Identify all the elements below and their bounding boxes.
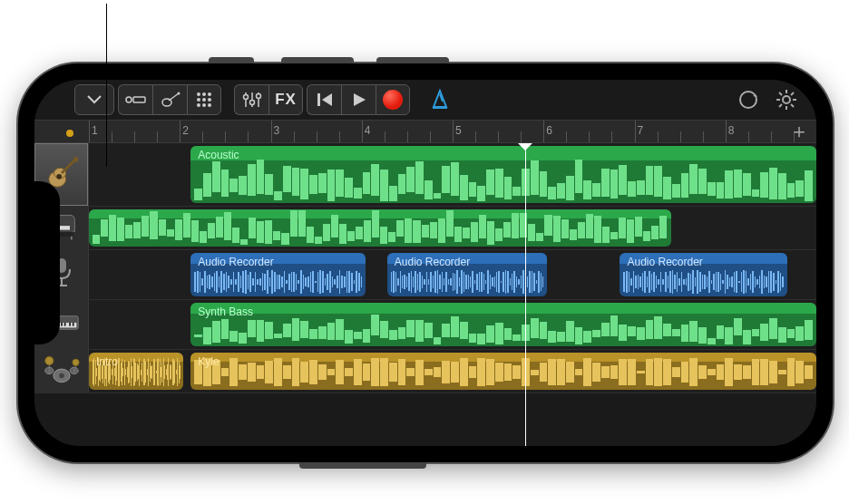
record-button[interactable] — [376, 84, 410, 115]
device-frame: FX — [18, 63, 833, 462]
svg-point-12 — [202, 103, 206, 107]
device-volume-up — [281, 57, 354, 63]
svg-point-5 — [197, 92, 200, 96]
track-lane[interactable]: Synth Bass — [89, 300, 816, 349]
device-power-button — [299, 462, 426, 469]
track-lane[interactable]: IntroKyle — [89, 350, 816, 393]
svg-point-11 — [197, 103, 200, 107]
play-icon — [352, 92, 366, 107]
ruler-bar-number: 5 — [455, 124, 462, 137]
region-label: Acoustic — [198, 149, 809, 161]
region-label: Audio Recorder — [627, 256, 779, 268]
svg-point-58 — [44, 356, 53, 364]
mixer-icon — [242, 92, 262, 108]
ruler-tick — [89, 121, 90, 142]
track-row — [34, 207, 816, 250]
svg-point-24 — [783, 96, 790, 103]
svg-line-31 — [779, 104, 782, 107]
ruler-bar-number: 6 — [546, 124, 552, 137]
gear-icon — [776, 89, 797, 111]
svg-point-19 — [256, 94, 260, 99]
browser-menu-button[interactable] — [74, 84, 114, 115]
svg-rect-22 — [433, 107, 447, 109]
svg-line-30 — [791, 104, 794, 107]
instrument-button[interactable] — [152, 84, 187, 115]
fx-button[interactable]: FX — [268, 84, 303, 115]
tracks-view-button[interactable] — [118, 84, 152, 115]
svg-point-9 — [202, 98, 206, 102]
transport-group — [307, 84, 410, 115]
region[interactable] — [89, 209, 671, 247]
track-lane[interactable] — [89, 207, 816, 249]
svg-line-3 — [169, 93, 179, 101]
drums-icon — [43, 355, 81, 388]
region-label: Audio Recorder — [395, 256, 540, 268]
region-label: Synth Bass — [198, 305, 809, 318]
svg-point-6 — [202, 92, 206, 96]
rewind-icon — [317, 92, 333, 107]
svg-rect-50 — [61, 323, 63, 326]
region-label: Kyle — [198, 355, 809, 368]
cycle-marker[interactable] — [66, 130, 73, 137]
track-row: IntroKyle — [34, 350, 816, 393]
track-controls-button[interactable] — [234, 84, 268, 115]
svg-rect-52 — [69, 323, 71, 326]
ruler-bar-number: 4 — [365, 124, 371, 137]
metronome-icon — [429, 89, 451, 111]
ruler-tick — [453, 121, 454, 142]
svg-line-32 — [791, 92, 794, 95]
svg-point-4 — [177, 92, 180, 95]
timeline-ruler[interactable]: 12345678 ＋ — [34, 120, 816, 143]
svg-point-10 — [208, 98, 211, 102]
loop-browser-button[interactable] — [187, 84, 221, 115]
svg-point-17 — [249, 101, 254, 105]
track-lane[interactable]: Audio RecorderAudio RecorderAudio Record… — [89, 250, 816, 299]
record-icon — [383, 90, 403, 110]
ruler-tick — [543, 121, 544, 142]
track-row: Synth Bass — [34, 300, 816, 350]
view-mode-group — [118, 84, 221, 115]
svg-rect-20 — [317, 93, 320, 106]
chevron-down-icon — [87, 95, 102, 104]
svg-point-8 — [197, 98, 200, 102]
svg-point-55 — [59, 373, 63, 377]
svg-point-0 — [126, 97, 132, 102]
ruler-tick — [362, 121, 363, 142]
svg-point-7 — [208, 92, 211, 96]
device-notch — [34, 181, 60, 344]
ruler-bar-number: 3 — [274, 124, 280, 137]
toolbar: FX — [34, 80, 816, 120]
svg-rect-53 — [72, 323, 73, 326]
metronome-button[interactable] — [423, 84, 457, 115]
fx-label: FX — [275, 91, 297, 109]
track-row: Audio RecorderAudio RecorderAudio Record… — [34, 250, 816, 300]
svg-point-35 — [56, 173, 62, 179]
region[interactable]: Intro — [89, 353, 183, 390]
svg-point-23 — [740, 92, 756, 108]
mixer-fx-group: FX — [234, 84, 303, 115]
region[interactable]: Audio Recorder — [620, 253, 786, 296]
ruler-bar-number: 1 — [92, 124, 98, 137]
region[interactable]: Audio Recorder — [387, 253, 547, 296]
region[interactable]: Synth Bass — [190, 303, 816, 346]
track-header-drums[interactable] — [34, 350, 89, 393]
region[interactable]: Kyle — [190, 353, 816, 390]
loop-icon — [737, 89, 759, 111]
settings-button[interactable] — [769, 84, 804, 115]
track-lane[interactable]: Acoustic — [89, 143, 816, 206]
ruler-tick — [271, 121, 272, 142]
track-row: Acoustic — [34, 143, 816, 207]
guitar-icon — [161, 92, 181, 108]
rewind-button[interactable] — [307, 84, 341, 115]
tracks-view-icon — [125, 92, 147, 107]
ruler-tick — [726, 121, 727, 142]
region[interactable]: Acoustic — [190, 146, 816, 203]
svg-point-13 — [208, 103, 211, 107]
grid-icon — [196, 92, 212, 108]
loop-button[interactable] — [731, 84, 766, 115]
add-track-button[interactable]: ＋ — [789, 118, 809, 145]
svg-line-29 — [779, 92, 782, 95]
play-button[interactable] — [341, 84, 376, 115]
region[interactable]: Audio Recorder — [190, 253, 365, 296]
device-silent-switch — [209, 57, 254, 63]
